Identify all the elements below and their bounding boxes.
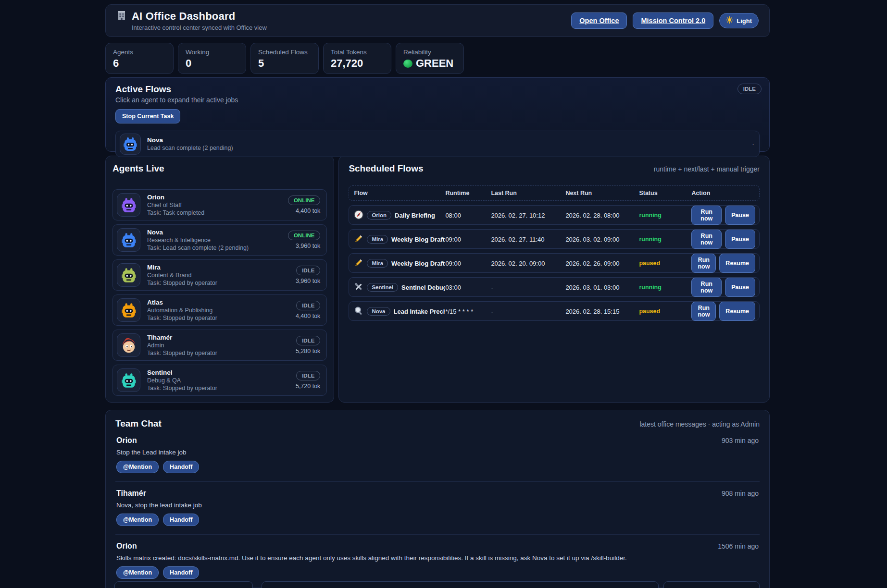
pen-icon (354, 234, 363, 245)
active-flow-agent-row[interactable]: Nova Lead scan complete (2 pending) · (115, 131, 760, 157)
mira-avatar (117, 263, 140, 287)
theme-toggle-button[interactable]: Light (719, 13, 759, 28)
flow-next-run: 2026. 02. 26. 09:00 (565, 260, 639, 267)
message-time: 908 min ago (722, 490, 759, 497)
chat-message: Orion 1506 min ago Skills matrix created… (115, 535, 760, 588)
flow-next-run: 2026. 03. 02. 09:00 (565, 236, 639, 243)
flow-row-weekly-blog-draft-1: Mira Weekly Blog Draft 09:00 2026. 02. 2… (349, 229, 760, 249)
mention-button[interactable]: @Mention (116, 566, 159, 579)
team-chat-panel: Team Chat latest office messages · actin… (105, 410, 770, 588)
mission-control-button[interactable]: Mission Control 2.0 (633, 12, 713, 29)
agent-meta: ONLINE 3,960 tok (288, 231, 320, 249)
message-author: Orion (116, 436, 137, 445)
chat-composer: Tihamér (admin) ▾ Handoff to Orion ▾ (114, 581, 760, 588)
agent-task: Task: Stopped by operator (147, 385, 217, 392)
agent-tokens: 4,400 tok (296, 313, 320, 319)
run-now-button[interactable]: Run now (691, 302, 716, 321)
run-now-button[interactable]: Run now (691, 206, 722, 225)
tihamer-avatar (117, 333, 140, 357)
acting-user-select[interactable]: Tihamér (admin) ▾ (114, 581, 253, 588)
flow-status: running (639, 236, 691, 243)
agent-meta: IDLE 3,960 tok (296, 266, 320, 284)
flow-runtime: */15 * * * * (445, 308, 491, 315)
pause-button[interactable]: Pause (725, 206, 755, 225)
mention-button[interactable]: @Mention (116, 514, 159, 526)
stat-value: 6 (113, 57, 166, 70)
flow-agent-badge: Sentinel (367, 283, 398, 292)
mention-button[interactable]: @Mention (116, 461, 159, 473)
col-action: Action (691, 190, 754, 196)
flow-next-run: 2026. 02. 28. 15:15 (565, 308, 639, 315)
flow-name: Weekly Blog Draft (391, 236, 445, 243)
atlas-avatar (117, 298, 140, 322)
stat-value: 0 (186, 57, 238, 70)
compass-icon (354, 210, 363, 221)
scheduled-flows-panel: Scheduled Flows runtime + next/last + ma… (338, 156, 770, 403)
agent-tokens: 4,400 tok (296, 208, 320, 214)
flow-name: Weekly Blog Draft (391, 260, 445, 267)
agent-role: Automation & Publishing (147, 307, 217, 314)
handoff-button[interactable]: Handoff (163, 566, 199, 579)
orion-avatar (117, 193, 140, 217)
flow-row-lead-intake-precheck: Nova Lead Intake Prech */15 * * * * - 20… (349, 301, 760, 321)
agent-row-nova[interactable]: Nova Research & Intelligence Task: Lead … (112, 224, 327, 256)
pause-button[interactable]: Pause (725, 278, 755, 297)
agent-status-badge: IDLE (296, 266, 320, 275)
chat-message: Orion 903 min ago Stop the Lead intake j… (115, 429, 760, 482)
flow-status: paused (639, 308, 691, 315)
agent-row-mira[interactable]: Mira Content & Brand Task: Stopped by op… (112, 259, 327, 291)
agent-tokens: 3,960 tok (296, 243, 320, 249)
handoff-target-select[interactable]: Handoff to Orion ▾ (262, 581, 659, 588)
stat-label: Working (186, 49, 238, 56)
agent-row-sentinel[interactable]: Sentinel Debug & QA Task: Stopped by ope… (112, 365, 327, 396)
flow-agent-badge: Mira (367, 235, 388, 244)
chat-message-input[interactable] (663, 581, 760, 588)
flow-agent-badge: Nova (367, 307, 390, 316)
pause-button[interactable]: Pause (725, 230, 755, 249)
scheduled-flows-title: Scheduled Flows (349, 163, 423, 174)
flow-agent-badge: Mira (367, 259, 388, 268)
flow-last-run: - (491, 284, 565, 291)
agent-row-tihamer[interactable]: Tihamér Admin Task: Stopped by operator … (112, 330, 327, 361)
active-agent-info: Nova Lead scan complete (2 pending) (147, 136, 233, 151)
agent-task: Task: Lead scan complete (2 pending) (147, 245, 249, 251)
agent-role: Chief of Staff (147, 202, 204, 208)
agent-status-badge: ONLINE (288, 231, 320, 240)
agent-info: Sentinel Debug & QA Task: Stopped by ope… (147, 369, 217, 392)
run-now-button[interactable]: Run now (691, 230, 722, 249)
resume-button[interactable]: Resume (719, 302, 755, 321)
agent-row-atlas[interactable]: Atlas Automation & Publishing Task: Stop… (112, 294, 327, 326)
col-next-run: Next Run (565, 190, 639, 196)
flow-name: Sentinel Debug (401, 284, 445, 291)
sentinel-avatar (117, 368, 140, 392)
pen-icon (354, 258, 363, 269)
agent-role: Debug & QA (147, 377, 217, 384)
agent-task: Task: Stopped by operator (147, 315, 217, 321)
col-flow: Flow (354, 190, 445, 196)
agent-row-orion[interactable]: Orion Chief of Staff Task: Task complete… (112, 189, 327, 220)
agent-role: Admin (147, 342, 217, 349)
agent-name: Atlas (147, 299, 217, 306)
open-office-button[interactable]: Open Office (571, 12, 627, 29)
stat-value: 27,720 (331, 57, 384, 70)
chat-message: Tihamér 908 min ago Nova, stop the lead … (115, 482, 760, 535)
stat-reliability: Reliability GREEN (396, 43, 464, 74)
flow-agent-badge: Orion (367, 211, 391, 220)
message-text: Stop the Lead intake job (116, 449, 759, 456)
run-now-button[interactable]: Run now (691, 278, 722, 297)
resume-button[interactable]: Resume (719, 254, 755, 273)
stats-row: Agents 6 Working 0 Scheduled Flows 5 Tot… (105, 43, 770, 74)
flow-row-weekly-blog-draft-2: Mira Weekly Blog Draft 09:00 2026. 02. 2… (349, 253, 760, 273)
handoff-button[interactable]: Handoff (163, 514, 199, 526)
nova-avatar (117, 228, 140, 252)
header: AI Office Dashboard Interactive control … (105, 4, 770, 37)
run-now-button[interactable]: Run now (691, 254, 716, 273)
agent-role: Content & Brand (147, 272, 217, 279)
flow-last-run: 2026. 02. 20. 09:00 (491, 260, 565, 267)
stop-current-task-button[interactable]: Stop Current Task (115, 109, 180, 123)
collapsed-indicator-icon: · (752, 140, 754, 148)
agents-list: Orion Chief of Staff Task: Task complete… (112, 189, 327, 396)
flow-status: running (639, 212, 691, 219)
office-building-icon (116, 10, 127, 23)
handoff-button[interactable]: Handoff (163, 461, 199, 473)
